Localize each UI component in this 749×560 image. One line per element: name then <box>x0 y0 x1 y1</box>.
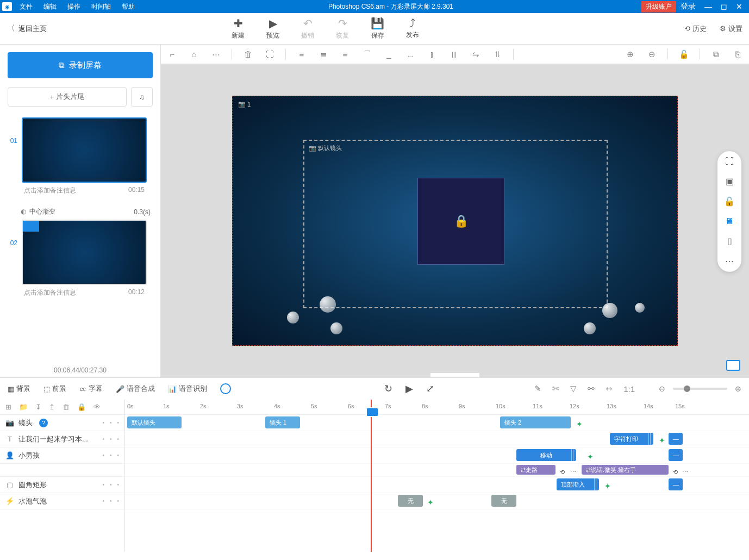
tab-background[interactable]: ▦背景 <box>8 384 30 394</box>
action-clip[interactable]: ⇄ 走路 <box>516 465 555 475</box>
lens-clip[interactable]: 镜头 1 <box>265 416 300 428</box>
track-row[interactable]: 移动 ✦ — <box>125 447 749 464</box>
minimize-icon[interactable]: — <box>700 2 716 11</box>
undo-button[interactable]: ↶撤销 <box>301 17 314 40</box>
track-row[interactable]: 顶部渐入 ✦ — <box>125 477 749 493</box>
align-left-icon[interactable]: ≡ <box>296 48 308 60</box>
new-button[interactable]: ✚新建 <box>232 17 245 40</box>
collapse-toggle[interactable]: ⌄ <box>430 373 479 377</box>
eye-icon[interactable]: 👁 <box>93 403 101 411</box>
mobile-icon[interactable]: ▯ <box>727 236 732 246</box>
maximize-icon[interactable]: ◻ <box>716 2 732 11</box>
preview-button[interactable]: ▶预览 <box>266 17 279 40</box>
tab-foreground[interactable]: ⬚前景 <box>43 384 66 394</box>
flip-h-icon[interactable]: ⇋ <box>470 48 482 60</box>
none-clip[interactable]: 无 <box>491 495 516 507</box>
zoom-slider[interactable] <box>673 388 727 390</box>
add-keyframe-icon[interactable]: ✦ <box>604 482 611 488</box>
track-area[interactable]: 0s 1s 2s 3s 4s 5s 6s 7s 8s 9s 10s 11s 12… <box>125 400 749 552</box>
track-header-rect[interactable]: ▢圆角矩形••• <box>0 477 124 493</box>
align-right-icon[interactable]: ≡ <box>339 48 351 60</box>
device-preview-icon[interactable] <box>726 360 740 371</box>
add-keyframe-icon[interactable]: ✦ <box>576 420 583 426</box>
clip-item[interactable]: 02 点击添加备注信息00:12 <box>8 220 153 301</box>
more-dots-icon[interactable]: ⋯ <box>725 256 734 266</box>
effect-clip[interactable]: 字符打印 <box>610 433 653 445</box>
export-icon[interactable]: ↥ <box>49 403 55 411</box>
titles-button[interactable]: +片头片尾 <box>8 87 127 107</box>
distribute-v-icon[interactable]: ⫼ <box>448 48 460 60</box>
menu-edit[interactable]: 编辑 <box>38 2 62 11</box>
paste-icon[interactable]: ⎘ <box>732 48 744 60</box>
home-icon[interactable]: ⌂ <box>188 48 200 60</box>
track-header-lens[interactable]: 📷镜头?••• <box>0 415 124 431</box>
menu-help[interactable]: 帮助 <box>116 2 140 11</box>
track-row[interactable]: 默认镜头 镜头 1 镜头 2 ✦ <box>125 415 749 431</box>
none-clip[interactable]: 无 <box>398 495 423 507</box>
distribute-h-icon[interactable]: ⫿ <box>426 48 438 60</box>
locked-element[interactable]: 🔒 <box>417 178 504 265</box>
playhead[interactable] <box>371 400 372 552</box>
layers-icon[interactable]: ▣ <box>726 176 734 186</box>
edit-pencil-icon[interactable]: ✎ <box>534 384 541 394</box>
effect-mini[interactable]: — <box>669 449 683 461</box>
history-button[interactable]: ⟲历史 <box>684 24 707 34</box>
action-clip[interactable]: ⇄ 说话.微笑.撞右手 <box>582 465 669 475</box>
cut-icon[interactable]: ✄ <box>552 384 559 394</box>
unlock-icon[interactable]: 🔓 <box>678 48 690 60</box>
flip-v-icon[interactable]: ⥮ <box>491 48 503 60</box>
align-tool-icon[interactable]: ⌐ <box>166 48 178 60</box>
upgrade-button[interactable]: 升级账户 <box>641 1 676 13</box>
track-header-text[interactable]: T让我们一起来学习本...••• <box>0 431 124 447</box>
lens-clip[interactable]: 镜头 2 <box>500 416 571 428</box>
track-header-boy-sub[interactable] <box>0 464 124 477</box>
record-button[interactable]: ⧉ 录制屏幕 <box>8 52 153 78</box>
tab-asr[interactable]: 📊语音识别 <box>168 384 207 394</box>
add-track-icon[interactable]: ⊞ <box>5 403 11 411</box>
expand-icon[interactable]: ⤢ <box>426 383 434 395</box>
delete-track-icon[interactable]: 🗑 <box>63 403 70 411</box>
ratio-icon[interactable]: 1:1 <box>623 384 635 394</box>
clip-note[interactable]: 点击添加备注信息 <box>24 288 76 297</box>
align-bottom-icon[interactable]: ⎵ <box>404 48 416 60</box>
effect-mini[interactable]: — <box>669 478 683 490</box>
clip-note[interactable]: 点击添加备注信息 <box>24 186 76 195</box>
loop-icon[interactable]: ↻ <box>384 383 392 395</box>
fullscreen-icon[interactable]: ⛶ <box>725 157 734 166</box>
music-button[interactable]: ♫ <box>131 87 153 107</box>
clip-thumbnail[interactable] <box>22 117 147 183</box>
zoom-in-icon[interactable]: ⊕ <box>624 48 636 60</box>
add-keyframe-icon[interactable]: ✦ <box>587 452 594 459</box>
tab-subtitle[interactable]: ㏄字幕 <box>79 384 103 394</box>
copy-icon[interactable]: ⧉ <box>710 48 722 60</box>
save-button[interactable]: 💾保存 <box>371 17 384 40</box>
add-keyframe-icon[interactable]: ✦ <box>659 436 665 443</box>
tl-zoomout-icon[interactable]: ⊖ <box>659 384 665 393</box>
login-button[interactable]: 登录 <box>676 2 700 11</box>
add-keyframe-icon[interactable]: ✦ <box>427 498 434 505</box>
track-row[interactable]: 无 ✦ 无 <box>125 493 749 509</box>
tl-zoomin-icon[interactable]: ⊕ <box>735 384 741 393</box>
canvas-viewport[interactable]: 📷 1 📷 默认镜头 🔒 ⛶ ▣ 🔓 🖥 ▯ <box>161 64 749 377</box>
transition-row[interactable]: ◐中心渐变 0.3(s) <box>8 204 153 220</box>
import-icon[interactable]: ↧ <box>35 403 41 411</box>
close-icon[interactable]: ✕ <box>732 2 747 11</box>
clip-item[interactable]: 01 点击添加备注信息00:15 <box>8 117 153 198</box>
settings-button[interactable]: ⚙设置 <box>720 24 742 34</box>
track-row[interactable]: ⇄ 走路 ⟲ ⋯ ⇄ 说话.微笑.撞右手 ⟲ ⋯ <box>125 464 749 477</box>
unlock2-icon[interactable]: 🔓 <box>724 196 735 207</box>
menu-action[interactable]: 操作 <box>62 2 86 11</box>
effect-mini[interactable]: — <box>669 433 683 445</box>
stage[interactable]: 📷 1 📷 默认镜头 🔒 <box>232 96 678 346</box>
tab-more[interactable]: ⋯ <box>220 383 231 394</box>
effect-clip[interactable]: 移动 <box>516 449 576 461</box>
align-middle-icon[interactable]: ⎯ <box>383 48 395 60</box>
align-top-icon[interactable]: ⎴ <box>361 48 373 60</box>
timeline-play-icon[interactable]: ▶ <box>405 383 413 395</box>
lens-clip[interactable]: 默认镜头 <box>127 416 182 428</box>
fit-width-icon[interactable]: ⇿ <box>606 384 613 394</box>
link-icon[interactable]: ⚯ <box>588 384 595 394</box>
help-icon[interactable]: ? <box>39 419 48 427</box>
redo-button[interactable]: ↷恢复 <box>336 17 349 40</box>
more-icon[interactable]: ⋯ <box>210 48 222 60</box>
